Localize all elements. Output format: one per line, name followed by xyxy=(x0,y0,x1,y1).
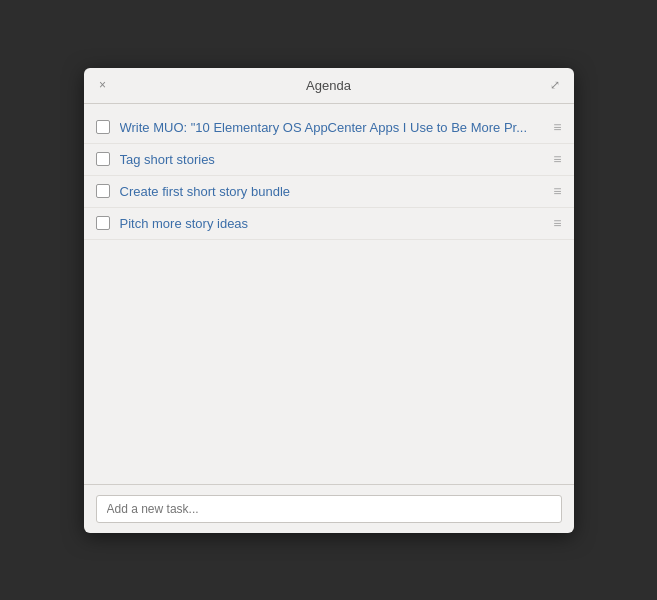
titlebar-left: × xyxy=(96,78,110,92)
expand-button[interactable]: ⤢ xyxy=(548,78,562,92)
task-text: Write MUO: "10 Elementary OS AppCenter A… xyxy=(120,120,546,135)
task-item: Write MUO: "10 Elementary OS AppCenter A… xyxy=(84,112,574,144)
window-title: Agenda xyxy=(306,78,351,93)
task-item: Tag short stories≡ xyxy=(84,144,574,176)
task-menu-icon[interactable]: ≡ xyxy=(553,152,561,166)
task-text: Tag short stories xyxy=(120,152,546,167)
task-menu-icon[interactable]: ≡ xyxy=(553,184,561,198)
task-menu-icon[interactable]: ≡ xyxy=(553,120,561,134)
task-item: Pitch more story ideas≡ xyxy=(84,208,574,240)
agenda-window: × Agenda ⤢ Write MUO: "10 Elementary OS … xyxy=(84,68,574,533)
add-task-input[interactable] xyxy=(96,495,562,523)
footer xyxy=(84,484,574,533)
close-button[interactable]: × xyxy=(96,78,110,92)
task-list: Write MUO: "10 Elementary OS AppCenter A… xyxy=(84,104,574,484)
task-text: Pitch more story ideas xyxy=(120,216,546,231)
task-checkbox[interactable] xyxy=(96,184,110,198)
task-checkbox[interactable] xyxy=(96,120,110,134)
task-checkbox[interactable] xyxy=(96,152,110,166)
task-text: Create first short story bundle xyxy=(120,184,546,199)
task-item: Create first short story bundle≡ xyxy=(84,176,574,208)
titlebar-right: ⤢ xyxy=(548,78,562,92)
task-checkbox[interactable] xyxy=(96,216,110,230)
task-menu-icon[interactable]: ≡ xyxy=(553,216,561,230)
titlebar: × Agenda ⤢ xyxy=(84,68,574,104)
